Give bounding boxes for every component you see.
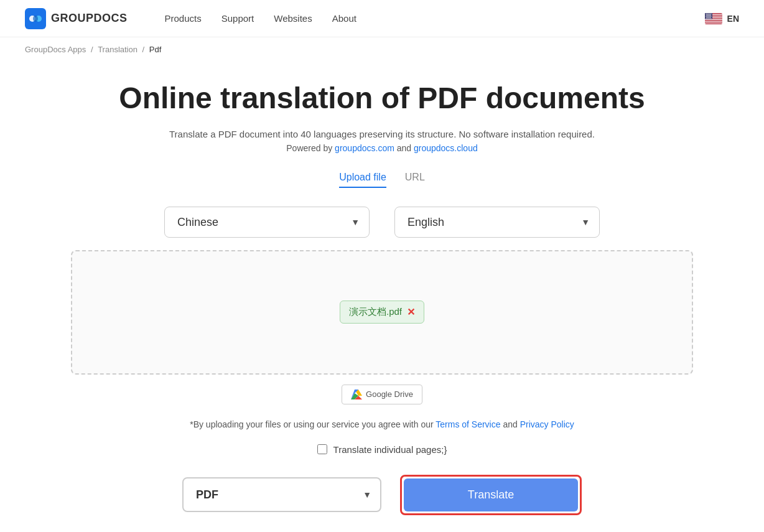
main-nav: Products Support Websites About (165, 13, 705, 24)
svg-rect-10 (705, 22, 722, 23)
translate-pages-checkbox[interactable] (317, 444, 327, 454)
terms-sep: and (501, 419, 520, 429)
source-lang-wrapper: Chinese English French German Spanish Ja… (164, 207, 370, 238)
svg-point-19 (709, 14, 709, 15)
terms-prefix: *By uploading your files or using our se… (190, 419, 436, 429)
file-chip: 演示文档.pdf ✕ (340, 301, 424, 324)
nav-support[interactable]: Support (221, 13, 254, 24)
svg-point-12 (706, 13, 706, 14)
breadcrumb-apps[interactable]: GroupDocs Apps (25, 45, 86, 54)
svg-point-23 (708, 16, 709, 16)
google-drive-label: Google Drive (366, 390, 413, 399)
format-select[interactable]: PDF DOCX TXT HTML (182, 477, 381, 512)
format-select-wrapper: PDF DOCX TXT HTML ▼ (182, 477, 381, 512)
svg-point-3 (33, 16, 38, 22)
source-lang-select[interactable]: Chinese English French German Spanish Ja… (164, 207, 370, 238)
breadcrumb: GroupDocs Apps / Translation / Pdf (0, 37, 764, 62)
file-name: 演示文档.pdf (349, 306, 402, 318)
header-lang: EN (705, 13, 739, 24)
breadcrumb-sep-2: / (142, 45, 147, 54)
svg-rect-8 (705, 19, 722, 19)
svg-point-32 (708, 17, 709, 18)
upload-tabs: Upload file URL (339, 172, 425, 188)
svg-point-17 (706, 14, 707, 15)
groupdocs-logo-icon (25, 8, 46, 29)
svg-rect-9 (705, 21, 722, 21)
lang-selectors: Chinese English French German Spanish Ja… (164, 207, 600, 238)
svg-point-29 (710, 17, 710, 17)
logo-text: GROUPDOCS (51, 12, 128, 25)
target-lang-wrapper: English Chinese French German Spanish Ja… (394, 207, 600, 238)
nav-about[interactable]: About (332, 13, 356, 24)
groupdocs-com-link[interactable]: groupdocs.com (335, 143, 394, 153)
terms-text: *By uploading your files or using our se… (190, 419, 574, 429)
svg-point-13 (707, 13, 707, 14)
lang-label[interactable]: EN (727, 14, 739, 24)
groupdocs-cloud-link[interactable]: groupdocs.cloud (414, 143, 478, 153)
logo[interactable]: GROUPDOCS (25, 8, 128, 29)
svg-point-27 (707, 17, 708, 17)
powered-by-prefix: Powered by (286, 143, 335, 153)
svg-point-30 (706, 17, 706, 18)
powered-by-sep: and (394, 143, 414, 153)
svg-point-31 (707, 17, 707, 18)
google-drive-icon (351, 390, 362, 399)
bottom-row: PDF DOCX TXT HTML ▼ Translate (182, 475, 582, 515)
translate-button[interactable]: Translate (404, 478, 578, 511)
us-flag-icon (705, 13, 722, 24)
svg-point-33 (709, 17, 710, 18)
svg-point-14 (708, 13, 709, 14)
translate-pages-label[interactable]: Translate individual pages;} (333, 444, 447, 455)
svg-point-18 (707, 14, 708, 15)
subtitle: Translate a PDF document into 40 languag… (169, 129, 595, 139)
page-title: Online translation of PDF documents (119, 80, 645, 116)
translate-btn-wrapper: Translate (400, 475, 582, 515)
privacy-policy-link[interactable]: Privacy Policy (520, 419, 574, 429)
nav-products[interactable]: Products (165, 13, 202, 24)
svg-point-16 (710, 13, 711, 14)
svg-point-22 (707, 16, 707, 16)
header: GROUPDOCS Products Support Websites Abou… (0, 0, 764, 37)
file-remove-icon[interactable]: ✕ (407, 306, 415, 318)
svg-point-25 (710, 16, 711, 16)
nav-websites[interactable]: Websites (274, 13, 312, 24)
google-drive-button[interactable]: Google Drive (342, 385, 422, 404)
svg-point-15 (709, 13, 710, 14)
svg-point-24 (709, 16, 710, 16)
breadcrumb-current: Pdf (149, 45, 162, 54)
svg-point-21 (706, 16, 706, 16)
main-content: Online translation of PDF documents Tran… (0, 62, 764, 532)
svg-point-28 (709, 17, 709, 17)
powered-by: Powered by groupdocs.com and groupdocs.c… (286, 143, 477, 153)
svg-point-26 (706, 17, 707, 17)
svg-point-34 (710, 17, 711, 18)
tab-url[interactable]: URL (405, 172, 425, 188)
tab-upload-file[interactable]: Upload file (339, 172, 386, 188)
breadcrumb-sep-1: / (91, 45, 95, 54)
target-lang-select[interactable]: English Chinese French German Spanish Ja… (394, 207, 600, 238)
svg-point-20 (710, 14, 710, 15)
drop-zone[interactable]: 演示文档.pdf ✕ (71, 250, 693, 375)
terms-of-service-link[interactable]: Terms of Service (436, 419, 500, 429)
translate-pages-row: Translate individual pages;} (317, 444, 447, 455)
breadcrumb-translation[interactable]: Translation (98, 45, 137, 54)
